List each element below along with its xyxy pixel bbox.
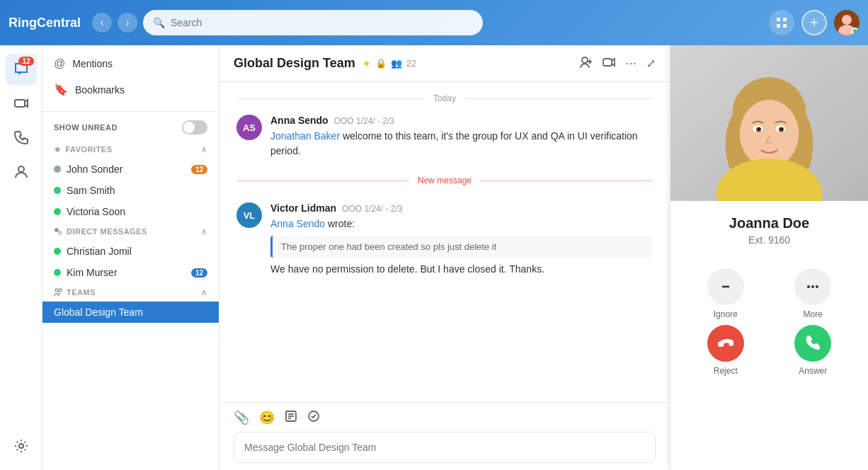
teams-section-header: TEAMS ∧ xyxy=(42,283,219,302)
call-actions-row-1: Ignore More xyxy=(670,260,868,325)
call-info: Joanna Doe Ext. 9160 xyxy=(670,201,868,260)
search-input[interactable] xyxy=(171,17,473,28)
sidebar-item-sam-smith[interactable]: Sam Smith xyxy=(42,180,219,201)
caller-name: Joanna Doe xyxy=(729,215,809,231)
members-icon: 👥 xyxy=(391,58,402,69)
star-icon: ★ xyxy=(54,145,62,154)
date-label: Today xyxy=(433,93,456,103)
svg-point-34 xyxy=(781,127,783,130)
toggle-knob xyxy=(183,122,195,133)
message-1-header: Anna Sendo OOO 1/24/ - 2/3 xyxy=(270,115,653,126)
nav-forward-button[interactable]: › xyxy=(118,13,137,33)
new-message-line-right xyxy=(480,180,653,181)
reject-label: Reject xyxy=(714,366,738,376)
check-icon[interactable] xyxy=(307,410,320,426)
answer-group: Answer xyxy=(794,325,831,376)
ignore-label: Ignore xyxy=(714,309,738,319)
emoji-icon[interactable]: 😊 xyxy=(259,410,275,426)
svg-point-12 xyxy=(55,289,58,292)
lock-icon: 🔒 xyxy=(375,58,387,69)
new-message-line-left xyxy=(236,180,409,181)
attachment-icon[interactable]: 📎 xyxy=(234,410,249,426)
status-dot-online xyxy=(54,187,61,194)
svg-point-14 xyxy=(582,57,588,63)
svg-rect-15 xyxy=(603,59,612,66)
dm-section-header: DIRECT MESSAGES ∧ xyxy=(42,222,219,241)
icon-bar: 12 xyxy=(0,45,42,470)
ignore-group: Ignore xyxy=(707,268,744,319)
svg-point-13 xyxy=(59,289,62,292)
favorites-collapse-icon[interactable]: ∧ xyxy=(201,144,207,154)
reject-group: Reject xyxy=(707,325,744,376)
sidebar-item-phone[interactable] xyxy=(6,122,37,153)
john-sonder-badge: 12 xyxy=(191,165,207,174)
sidebar-item-victoria-soon[interactable]: Victoria Soon xyxy=(42,201,219,222)
message-2-body: We have no permission to delete. But I h… xyxy=(270,262,653,277)
ignore-button[interactable] xyxy=(707,268,744,305)
anna-avatar: AS xyxy=(236,115,262,140)
video-call-icon[interactable] xyxy=(603,56,615,71)
more-label: More xyxy=(804,309,823,319)
chat-badge: 12 xyxy=(18,57,33,66)
teams-collapse-icon[interactable]: ∧ xyxy=(201,287,207,297)
svg-point-37 xyxy=(807,285,810,288)
search-bar: 🔍 xyxy=(143,10,483,35)
show-unread-toggle[interactable] xyxy=(182,120,207,134)
quote-text: The proper one had been created so pls j… xyxy=(281,241,496,252)
sidebar-bookmarks[interactable]: 🔖 Bookmarks xyxy=(42,76,219,103)
channel-header-icons: ⋯ ⤢ xyxy=(580,56,656,71)
channel-header: Global Design Team ★ 🔒 👥 22 ⋯ ⤢ xyxy=(219,45,670,82)
new-message-label: New message xyxy=(418,176,472,185)
sidebar-item-christian-jomil[interactable]: Christian Jomil xyxy=(42,241,219,262)
grid-icon-button[interactable] xyxy=(769,10,794,35)
message-1-text: Jonathan Baker welcome to this team, it'… xyxy=(270,129,653,159)
favorites-label: ★ FAVORITES xyxy=(54,145,113,154)
members-count: 22 xyxy=(406,58,416,69)
more-button[interactable] xyxy=(794,268,831,305)
kim-murser-name: Kim Murser xyxy=(67,267,185,278)
date-separator: Today xyxy=(236,93,653,103)
sidebar-item-chat[interactable]: 12 xyxy=(6,54,37,85)
expand-icon[interactable]: ⤢ xyxy=(646,57,656,70)
channel-title: Global Design Team xyxy=(234,56,355,71)
caller-photo xyxy=(670,45,868,201)
status-dot-away xyxy=(54,166,61,173)
sidebar-menu: @ Mentions 🔖 Bookmarks xyxy=(42,45,219,108)
status-dot-online xyxy=(54,269,61,276)
sidebar-item-video[interactable] xyxy=(6,88,37,119)
message-1-time: OOO 1/24/ - 2/3 xyxy=(334,116,394,126)
anna-sendo-link[interactable]: Anna Sendo xyxy=(270,218,325,229)
sidebar-item-global-design-team[interactable]: Global Design Team xyxy=(42,302,219,323)
sidebar-item-kim-murser[interactable]: Kim Murser 12 xyxy=(42,262,219,283)
star-icon: ★ xyxy=(362,58,371,69)
add-member-icon[interactable] xyxy=(580,56,593,71)
nav-back-button[interactable]: ‹ xyxy=(92,13,112,33)
more-group: More xyxy=(794,268,831,319)
message-toolbar: 📎 😊 xyxy=(234,410,656,426)
user-avatar[interactable] xyxy=(834,10,860,35)
quoted-message: The proper one had been created so pls j… xyxy=(270,236,653,258)
answer-button[interactable] xyxy=(794,325,831,362)
message-input[interactable] xyxy=(234,432,656,463)
jonathan-baker-link[interactable]: Jonathan Baker xyxy=(270,130,340,142)
global-design-team-name: Global Design Team xyxy=(54,306,207,318)
separator-line-left xyxy=(236,98,425,99)
mentions-label: Mentions xyxy=(72,58,113,69)
sidebar-mentions[interactable]: @ Mentions xyxy=(42,51,219,76)
teams-label: TEAMS xyxy=(54,288,96,297)
dm-collapse-icon[interactable]: ∧ xyxy=(201,227,207,236)
call-actions-row-2: Reject Answer xyxy=(670,325,868,387)
status-dot-online xyxy=(54,208,61,215)
sidebar-item-john-sonder[interactable]: John Sonder 12 xyxy=(42,159,219,180)
more-options-icon[interactable]: ⋯ xyxy=(625,57,636,70)
message-input-area: 📎 😊 xyxy=(219,402,670,470)
add-button[interactable]: + xyxy=(801,10,827,35)
reject-button[interactable] xyxy=(707,325,744,362)
topbar: RingCentral ‹ › 🔍 + xyxy=(0,0,868,45)
sidebar-item-settings[interactable] xyxy=(6,430,37,462)
note-icon[interactable] xyxy=(285,410,297,426)
svg-point-38 xyxy=(811,285,814,288)
sidebar-item-contacts[interactable] xyxy=(6,156,37,187)
sam-smith-name: Sam Smith xyxy=(67,185,207,196)
victoria-soon-name: Victoria Soon xyxy=(67,206,207,217)
